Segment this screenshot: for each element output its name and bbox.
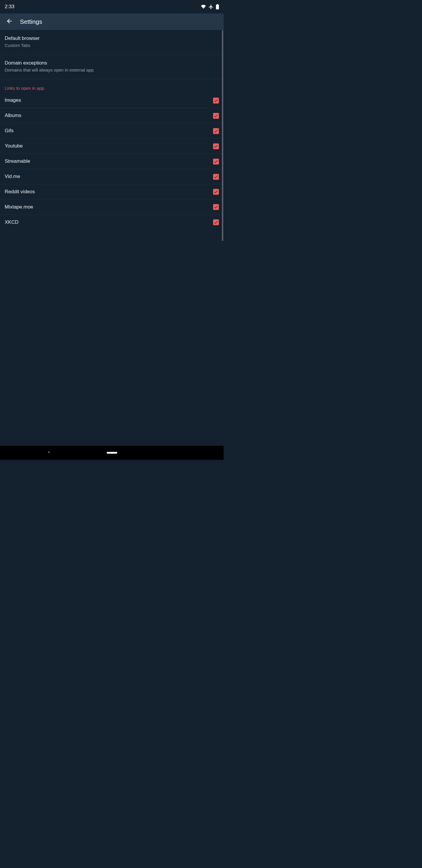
system-nav-bar	[0, 446, 224, 460]
toolbar: Settings	[0, 13, 224, 30]
section-links-to-open: Links to open in app	[0, 79, 224, 93]
link-item-youtube[interactable]: Youtube	[0, 139, 224, 154]
pref-default-browser[interactable]: Default browser Custom Tabs	[0, 30, 224, 55]
status-time: 2:33	[5, 4, 14, 10]
status-bar: 2:33	[0, 0, 224, 13]
checkbox[interactable]	[213, 113, 219, 119]
status-icons	[201, 4, 219, 9]
checkbox[interactable]	[213, 159, 219, 164]
pref-value: Custom Tabs	[5, 42, 219, 49]
nav-back-button[interactable]	[47, 450, 51, 456]
nav-home-pill[interactable]	[107, 452, 117, 454]
pref-summary: Domains that will always open in externa…	[5, 67, 219, 73]
back-button[interactable]	[2, 15, 17, 29]
link-item-images[interactable]: Images	[0, 93, 224, 108]
link-item-label: Images	[5, 97, 208, 104]
check-icon	[214, 129, 218, 133]
link-item-label: Gifs	[5, 128, 208, 134]
link-item-label: XKCD	[5, 219, 208, 226]
page-title: Settings	[20, 18, 42, 25]
link-item-gifs[interactable]: Gifs	[0, 123, 224, 139]
pref-title: Default browser	[5, 35, 219, 42]
check-icon	[214, 159, 218, 164]
settings-list[interactable]: Default browser Custom Tabs Domain excep…	[0, 30, 224, 446]
check-icon	[214, 205, 218, 209]
check-icon	[214, 220, 218, 225]
svg-rect-0	[216, 5, 219, 9]
link-item-xkcd[interactable]: XKCD	[0, 215, 224, 230]
checkbox[interactable]	[213, 144, 219, 149]
link-item-label: Mixtape.moe	[5, 204, 208, 211]
svg-rect-1	[217, 4, 218, 5]
link-item-reddit-videos[interactable]: Reddit videos	[0, 184, 224, 200]
check-icon	[214, 175, 218, 179]
check-icon	[214, 114, 218, 118]
link-item-vidme[interactable]: Vid.me	[0, 169, 224, 184]
link-item-mixtape-moe[interactable]: Mixtape.moe	[0, 200, 224, 215]
link-item-label: Streamable	[5, 158, 208, 165]
checkbox[interactable]	[213, 189, 219, 195]
wifi-icon	[201, 5, 206, 9]
checkbox[interactable]	[213, 174, 219, 180]
check-icon	[214, 189, 218, 194]
link-item-label: Reddit videos	[5, 189, 208, 195]
link-item-label: Youtube	[5, 143, 208, 150]
pref-domain-exceptions[interactable]: Domain exceptions Domains that will alwa…	[0, 55, 224, 79]
checkbox[interactable]	[213, 128, 219, 134]
pref-title: Domain exceptions	[5, 60, 219, 67]
chevron-left-icon	[47, 450, 51, 455]
airplane-icon	[208, 4, 214, 9]
arrow-back-icon	[6, 18, 13, 26]
checkbox[interactable]	[213, 219, 219, 225]
link-item-streamable[interactable]: Streamable	[0, 154, 224, 169]
link-item-albums[interactable]: Albums	[0, 108, 224, 123]
checkbox[interactable]	[213, 204, 219, 210]
link-item-label: Albums	[5, 112, 208, 119]
battery-icon	[216, 4, 219, 9]
check-icon	[214, 98, 218, 103]
link-item-label: Vid.me	[5, 173, 208, 180]
checkbox[interactable]	[213, 98, 219, 103]
scrollbar-thumb[interactable]	[222, 30, 223, 241]
check-icon	[214, 144, 218, 149]
